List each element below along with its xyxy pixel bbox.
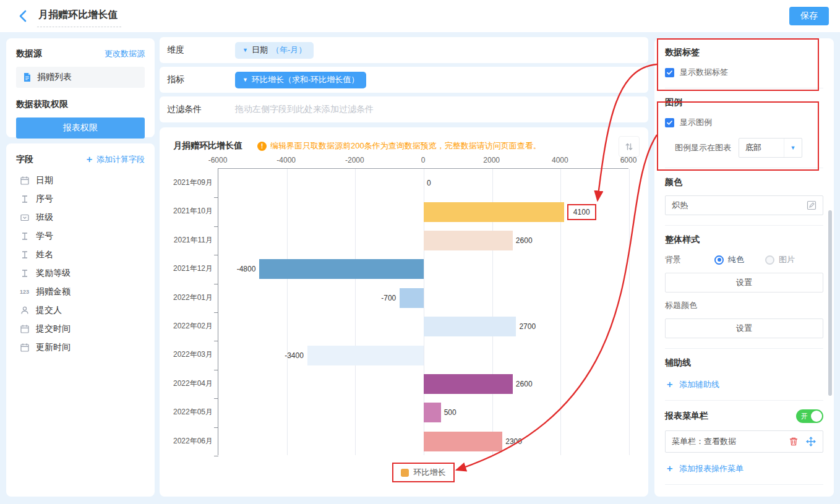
datasource-item[interactable]: 捐赠列表: [16, 67, 145, 88]
field-label: 序号: [36, 194, 53, 205]
dimension-tag[interactable]: ▼ 日期（年-月）: [235, 42, 314, 59]
scrollbar-thumb[interactable]: [828, 210, 832, 396]
field-item[interactable]: 序号: [16, 190, 145, 208]
chart-bar[interactable]: [424, 317, 516, 336]
change-datasource-link[interactable]: 更改数据源: [105, 48, 145, 59]
chart-bar[interactable]: [424, 374, 513, 394]
chart-bar[interactable]: [424, 403, 441, 422]
y-axis-tick: [214, 341, 218, 341]
field-label: 奖励等级: [36, 268, 71, 279]
data-label: -700: [381, 294, 396, 302]
y-axis-tick: [214, 427, 218, 428]
settings-panel: 数据标签 显示数据标签 图例 显示图例 图例显示在图表 底部 ▼ 颜色 炽热: [654, 38, 834, 497]
field-item[interactable]: 提交人: [16, 301, 145, 320]
dimension-label: 维度: [167, 45, 235, 56]
number-icon: 123: [20, 289, 30, 295]
overall-style-title: 整体样式: [665, 234, 823, 246]
field-label: 更新时间: [36, 342, 71, 353]
metric-label: 指标: [167, 74, 235, 85]
datasource-panel: 数据源 更改数据源 捐赠列表 数据获取权限 报表权限: [6, 38, 155, 137]
field-item[interactable]: 提交时间: [16, 320, 145, 338]
datasource-item-label: 捐赠列表: [37, 72, 72, 83]
data-label: -4800: [237, 265, 256, 273]
field-item[interactable]: 姓名: [16, 246, 145, 264]
text-icon: [20, 231, 30, 241]
calendar-icon: [20, 324, 30, 334]
data-label: 2600: [516, 236, 533, 245]
back-icon[interactable]: [16, 9, 31, 23]
calendar-icon: [20, 176, 30, 186]
overall-style-section: 整体样式 背景 纯色 图片 设置 标题颜色 设置: [665, 226, 823, 349]
filter-placeholder: 拖动左侧字段到此处来添加过滤条件: [235, 104, 374, 115]
chart-bar[interactable]: [424, 432, 502, 451]
bg-settings-button[interactable]: 设置: [665, 273, 823, 293]
report-menu-toggle[interactable]: 开: [796, 409, 823, 423]
legend-position-select[interactable]: 底部 ▼: [739, 138, 802, 158]
y-axis-tick: [214, 456, 218, 456]
color-theme-input[interactable]: 炽热: [665, 195, 823, 215]
warning-icon: !: [257, 142, 267, 151]
metric-tag[interactable]: ▼ 环比增长（求和-环比增长值）: [235, 72, 366, 88]
caret-down-icon: ▼: [242, 77, 248, 83]
filter-row[interactable]: 过滤条件 拖动左侧字段到此处来添加过滤条件: [160, 96, 648, 122]
chart-bar[interactable]: [424, 202, 564, 222]
dimension-row: 维度 ▼ 日期（年-月）: [160, 37, 648, 63]
field-item[interactable]: 更新时间: [16, 338, 145, 357]
caret-down-icon: ▼: [784, 139, 802, 157]
plus-icon: ＋: [665, 378, 674, 390]
aux-line-section: 辅助线 ＋ 添加辅助线: [665, 349, 823, 401]
preview-notice: ! 编辑界面只取数据源前200条作为查询数据预览，完整数据请访问页面查看。: [257, 140, 541, 152]
x-tick-label: -6000: [208, 156, 228, 164]
chart-bar[interactable]: [259, 259, 424, 279]
field-item[interactable]: 123捐赠金额: [16, 283, 145, 301]
y-category-label: 2022年05月: [173, 398, 218, 426]
chart-bar[interactable]: [424, 231, 513, 250]
metric-row: 指标 ▼ 环比增长（求和-环比增长值）: [160, 67, 648, 93]
fields-panel: 字段 ＋ 添加计算字段 日期序号班级学号姓名奖励等级123捐赠金额提交人提交时间…: [6, 143, 155, 497]
chart-bar[interactable]: [400, 288, 424, 308]
x-tick-label: -4000: [276, 156, 296, 164]
show-legend-checkbox[interactable]: 显示图例: [665, 117, 823, 128]
legend-label[interactable]: 环比增长: [414, 467, 446, 478]
data-label: 0: [427, 179, 431, 187]
annotation-box-legend: 环比增长: [392, 463, 455, 482]
background-label: 背景: [665, 254, 714, 265]
y-axis-tick: [214, 398, 218, 399]
add-report-menu-link[interactable]: ＋ 添加报表操作菜单: [665, 463, 823, 474]
add-calc-field-link[interactable]: ＋ 添加计算字段: [85, 153, 145, 165]
report-permission-button[interactable]: 报表权限: [16, 117, 145, 139]
chart-bar[interactable]: [307, 346, 424, 365]
save-button[interactable]: 保存: [789, 7, 829, 25]
add-aux-line-link[interactable]: ＋ 添加辅助线: [665, 378, 823, 390]
delete-trash-icon[interactable]: [788, 436, 799, 447]
color-section: 颜色 炽热: [665, 168, 823, 226]
report-menu-section: 报表菜单栏 开 菜单栏：查看数据 ＋: [665, 401, 823, 485]
edit-pencil-icon[interactable]: [807, 200, 816, 210]
chart-card: 月捐赠环比增长值 ! 编辑界面只取数据源前200条作为查询数据预览，完整数据请访…: [160, 127, 648, 497]
top-header: 月捐赠环比增长值 保存: [0, 0, 840, 32]
bg-solid-radio[interactable]: 纯色: [714, 254, 744, 265]
y-category-label: 2021年09月: [173, 168, 218, 197]
field-label: 姓名: [36, 249, 53, 260]
field-item[interactable]: 班级: [16, 208, 145, 227]
radio-selected-icon: [714, 255, 724, 265]
sort-button[interactable]: [619, 136, 640, 157]
report-title-wrap[interactable]: 月捐赠环比增长值: [37, 7, 121, 27]
caret-down-icon: ▼: [242, 48, 248, 53]
title-color-settings-button[interactable]: 设置: [665, 318, 823, 338]
bg-image-radio[interactable]: 图片: [765, 254, 795, 265]
field-item[interactable]: 奖励等级: [16, 264, 145, 283]
title-color-label: 标题颜色: [665, 300, 823, 311]
y-axis-tick: [214, 226, 218, 227]
legend-swatch[interactable]: [401, 469, 409, 477]
field-item[interactable]: 日期: [16, 171, 145, 190]
y-category-label: 2022年01月: [173, 283, 218, 312]
show-data-label-checkbox[interactable]: 显示数据标签: [665, 67, 823, 78]
menu-item-row[interactable]: 菜单栏：查看数据: [665, 430, 823, 453]
field-item[interactable]: 学号: [16, 227, 145, 246]
legend-title: 图例: [665, 97, 823, 108]
gridline: [355, 169, 356, 455]
move-drag-icon[interactable]: [805, 436, 816, 447]
chart-plot: 041002600-4800-7002700-340026005002300: [218, 168, 628, 455]
datasource-title: 数据源: [16, 48, 42, 59]
